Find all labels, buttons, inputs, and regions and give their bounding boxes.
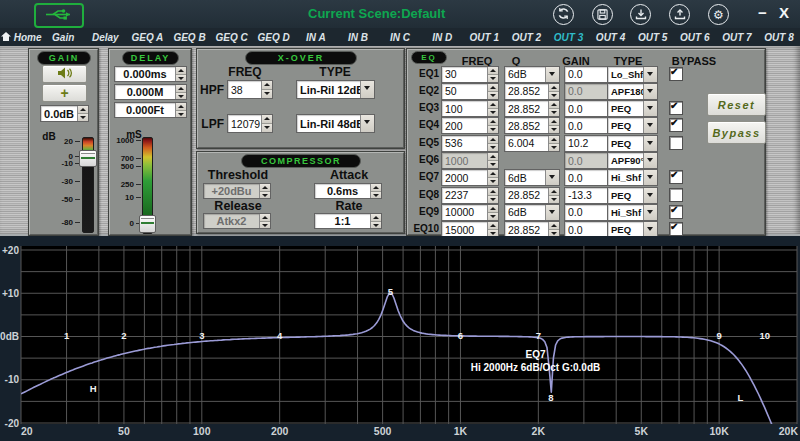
eq-freq-spinner[interactable]: 2237 xyxy=(441,187,499,204)
eq-type-dropdown[interactable]: PEQ xyxy=(607,135,658,152)
spinner-arrows[interactable] xyxy=(175,85,186,99)
dropdown-arrow-icon[interactable] xyxy=(643,118,657,133)
tab-geq-b[interactable]: GEQ B xyxy=(168,28,210,46)
reset-button[interactable]: Reset xyxy=(707,93,766,116)
close-button[interactable]: X xyxy=(779,2,789,24)
eq-freq-spinner[interactable]: 30 xyxy=(441,66,499,83)
eq-bypass-checkbox[interactable] xyxy=(669,101,683,115)
band-marker-L[interactable]: L xyxy=(737,392,743,403)
tab-geq-a[interactable]: GEQ A xyxy=(126,28,168,46)
eq-type-dropdown[interactable]: APF90° xyxy=(607,152,658,169)
eq-freq-spinner[interactable]: 200 xyxy=(441,117,499,134)
dropdown-arrow-icon[interactable] xyxy=(643,153,657,168)
eq-q-spinner[interactable]: 6.004 xyxy=(504,135,560,152)
gain-plus-button[interactable]: + xyxy=(42,84,87,102)
sync-button[interactable] xyxy=(553,4,574,25)
eq-q-spinner[interactable]: 28.852 xyxy=(504,83,560,100)
delay-meters-spinner[interactable]: 0.000M xyxy=(114,84,187,100)
tab-out-2[interactable]: OUT 2 xyxy=(505,28,547,46)
eq-slope-dropdown[interactable]: 6dB xyxy=(504,204,560,221)
eq-q-spinner[interactable]: 28.852 xyxy=(504,100,560,117)
tab-out-1[interactable]: OUT 1 xyxy=(463,28,505,46)
spinner-arrows[interactable] xyxy=(487,84,498,99)
band-marker-10[interactable]: 10 xyxy=(759,330,770,341)
spinner-arrows[interactable] xyxy=(548,188,559,203)
upload-button[interactable] xyxy=(669,4,690,25)
band-marker-2[interactable]: 2 xyxy=(121,330,126,341)
hpf-type-dropdown[interactable]: Lin-Ril 12dB xyxy=(296,80,375,99)
band-marker-4[interactable]: 4 xyxy=(277,330,283,341)
dropdown-arrow-icon[interactable] xyxy=(643,170,657,185)
dropdown-arrow-icon[interactable] xyxy=(643,136,657,151)
tab-in-d[interactable]: IN D xyxy=(421,28,463,46)
release-spinner[interactable]: Atkx2 xyxy=(203,213,271,229)
minimize-button[interactable]: − xyxy=(758,2,767,24)
lpf-freq-spinner[interactable]: 12079 xyxy=(227,114,273,133)
tab-out-6[interactable]: OUT 6 xyxy=(674,28,716,46)
lpf-type-dropdown[interactable]: Lin-Ril 48dB xyxy=(296,114,375,133)
threshold-spinner[interactable]: +20dBu xyxy=(203,183,271,199)
dropdown-arrow-icon[interactable] xyxy=(643,205,657,220)
rate-spinner[interactable]: 1:1 xyxy=(314,213,382,229)
eq-type-dropdown[interactable]: Lo_Shf xyxy=(607,66,658,83)
gain-value-spinner[interactable]: 0.0dB xyxy=(40,105,89,122)
tab-out-8[interactable]: OUT 8 xyxy=(758,28,800,46)
spinner-arrows[interactable] xyxy=(370,214,381,228)
spinner-arrows[interactable] xyxy=(487,205,498,220)
dropdown-arrow-icon[interactable] xyxy=(545,205,559,220)
bypass-button[interactable]: Bypass xyxy=(707,121,766,144)
eq-bypass-checkbox[interactable] xyxy=(669,222,683,236)
eq-response-graph[interactable]: +20+100dB-10-2020501002005001K2K5K10K20K… xyxy=(0,236,800,441)
eq-type-dropdown[interactable]: Hi_Shf xyxy=(607,169,658,186)
eq-freq-spinner[interactable]: 100 xyxy=(441,100,499,117)
tab-in-a[interactable]: IN A xyxy=(295,28,337,46)
save-button[interactable] xyxy=(592,4,613,25)
spinner-arrows[interactable] xyxy=(548,222,559,237)
tab-in-c[interactable]: IN C xyxy=(379,28,421,46)
hpf-freq-spinner[interactable]: 38 xyxy=(227,80,273,99)
spinner-arrows[interactable] xyxy=(487,118,498,133)
spinner-arrows[interactable] xyxy=(548,118,559,133)
tab-delay[interactable]: Delay xyxy=(84,28,126,46)
tab-gain[interactable]: Gain xyxy=(42,28,84,46)
band-marker-5[interactable]: 5 xyxy=(388,286,394,297)
eq-slope-dropdown[interactable]: 6dB xyxy=(504,169,560,186)
tab-home[interactable]: Home xyxy=(0,28,42,46)
spinner-arrows[interactable] xyxy=(175,67,186,81)
eq-freq-spinner[interactable]: 1000 xyxy=(441,152,499,169)
spinner-arrows[interactable] xyxy=(487,188,498,203)
spinner-arrows[interactable] xyxy=(548,101,559,116)
dropdown-arrow-icon[interactable] xyxy=(643,188,657,203)
gain-fader-handle[interactable] xyxy=(79,150,97,167)
eq-bypass-checkbox[interactable] xyxy=(669,118,683,132)
dropdown-arrow-icon[interactable] xyxy=(545,67,559,82)
eq-bypass-checkbox[interactable] xyxy=(669,67,683,81)
tab-out-4[interactable]: OUT 4 xyxy=(590,28,632,46)
eq-q-spinner[interactable]: 28.852 xyxy=(504,187,560,204)
tab-out-3[interactable]: OUT 3 xyxy=(547,28,589,46)
eq-freq-spinner[interactable]: 536 xyxy=(441,135,499,152)
dropdown-arrow-icon[interactable] xyxy=(545,170,559,185)
spinner-arrows[interactable] xyxy=(261,81,272,98)
spinner-arrows[interactable] xyxy=(487,101,498,116)
delay-feet-spinner[interactable]: 0.000Ft xyxy=(114,102,187,118)
spinner-arrows[interactable] xyxy=(259,184,270,198)
spinner-arrows[interactable] xyxy=(261,115,272,132)
spinner-arrows[interactable] xyxy=(487,153,498,168)
eq-bypass-checkbox[interactable] xyxy=(669,136,683,150)
spinner-arrows[interactable] xyxy=(487,170,498,185)
band-marker-3[interactable]: 3 xyxy=(199,330,204,341)
tab-out-7[interactable]: OUT 7 xyxy=(716,28,758,46)
spinner-arrows[interactable] xyxy=(487,67,498,82)
band-marker-9[interactable]: 9 xyxy=(716,330,721,341)
band-marker-7[interactable]: 7 xyxy=(536,330,541,341)
eq-freq-spinner[interactable]: 10000 xyxy=(441,204,499,221)
eq-type-dropdown[interactable]: PEQ xyxy=(607,100,658,117)
download-button[interactable] xyxy=(630,4,651,25)
tab-geq-c[interactable]: GEQ C xyxy=(211,28,253,46)
dropdown-arrow-icon[interactable] xyxy=(360,115,374,132)
spinner-arrows[interactable] xyxy=(77,106,88,121)
band-marker-8[interactable]: 8 xyxy=(548,392,553,403)
dropdown-arrow-icon[interactable] xyxy=(643,222,657,237)
dropdown-arrow-icon[interactable] xyxy=(360,81,374,98)
